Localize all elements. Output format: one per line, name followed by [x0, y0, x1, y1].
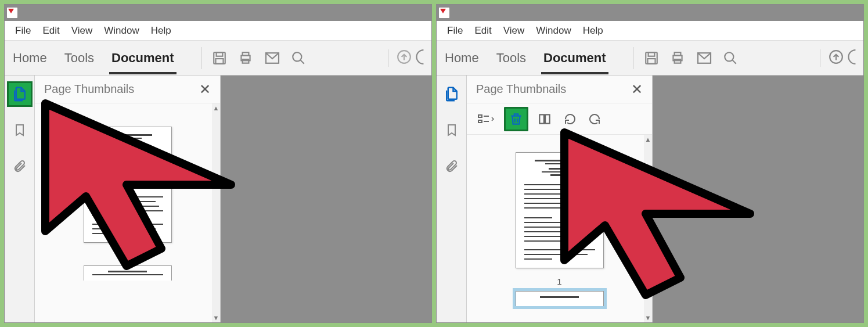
svg-rect-22 — [478, 120, 482, 123]
attachments-button[interactable] — [7, 153, 33, 179]
document-area — [653, 76, 863, 322]
search-icon[interactable] — [291, 51, 306, 66]
thumbnail-panel: Page Thumbnails ✕ — [35, 76, 221, 322]
toolbar: Home Tools Document — [5, 41, 431, 76]
svg-point-7 — [293, 52, 301, 61]
thumbnail-panel-header: Page Thumbnails ✕ — [35, 76, 220, 103]
thumbnail-panel-header: Page Thumbnails ✕ — [467, 76, 652, 103]
page-thumbnail-1-label: 1 — [557, 276, 561, 286]
email-icon[interactable] — [264, 52, 280, 64]
thumbnail-options-button[interactable] — [474, 107, 498, 131]
page-down-icon[interactable] — [415, 49, 426, 67]
menu-bar: File Edit View Window Help — [437, 21, 863, 41]
svg-rect-24 — [539, 114, 544, 123]
svg-line-8 — [300, 60, 304, 64]
left-pane: File Edit View Window Help Home Tools Do… — [4, 4, 432, 323]
menu-bar: File Edit View Window Help — [5, 21, 431, 41]
work-area: Page Thumbnails ✕ — [437, 76, 863, 322]
svg-line-18 — [732, 60, 736, 64]
left-rail — [5, 76, 35, 322]
close-panel-button[interactable]: ✕ — [199, 81, 211, 98]
svg-rect-2 — [215, 59, 223, 64]
svg-rect-25 — [545, 114, 550, 123]
menu-view[interactable]: View — [71, 25, 93, 37]
tab-home[interactable]: Home — [10, 42, 49, 74]
menu-help[interactable]: Help — [151, 25, 171, 37]
pdf-app-icon — [7, 8, 17, 18]
work-area: Page Thumbnails ✕ — [5, 76, 431, 322]
page-thumbnails-button[interactable] — [7, 81, 33, 107]
bookmarks-button[interactable] — [439, 117, 464, 143]
page-up-icon[interactable] — [829, 49, 844, 67]
page-thumbnails-button[interactable] — [439, 81, 464, 107]
toolbar: Home Tools Document — [437, 41, 863, 76]
delete-page-button[interactable] — [504, 107, 528, 131]
thumbnail-list: 1 ▲▼ — [467, 135, 652, 322]
thumbnail-list: 1 ▲▼ — [35, 103, 220, 322]
menu-edit[interactable]: Edit — [474, 25, 491, 37]
thumbnail-panel: Page Thumbnails ✕ — [467, 76, 653, 322]
print-icon[interactable] — [669, 51, 686, 66]
menu-view[interactable]: View — [503, 25, 525, 37]
menu-edit[interactable]: Edit — [42, 25, 59, 37]
thumbnail-panel-title: Page Thumbnails — [44, 82, 134, 96]
close-panel-button[interactable]: ✕ — [631, 81, 643, 98]
page-down-icon[interactable] — [847, 49, 858, 67]
svg-rect-14 — [674, 52, 680, 55]
menu-window[interactable]: Window — [104, 25, 139, 37]
tab-document[interactable]: Document — [541, 42, 608, 74]
svg-rect-12 — [647, 59, 655, 64]
title-bar — [437, 5, 863, 21]
svg-rect-1 — [216, 52, 222, 56]
svg-rect-11 — [648, 52, 654, 56]
menu-file[interactable]: File — [447, 25, 463, 37]
svg-point-17 — [725, 52, 733, 61]
print-icon[interactable] — [237, 51, 254, 66]
tab-document[interactable]: Document — [109, 42, 177, 74]
save-icon[interactable] — [212, 51, 227, 66]
page-thumbnail-1-label: 1 — [125, 251, 129, 261]
title-bar — [5, 5, 431, 21]
rotate-ccw-button[interactable] — [561, 107, 579, 131]
pdf-app-icon — [439, 8, 449, 18]
document-area — [221, 76, 431, 322]
thumbnail-toolbar — [467, 103, 652, 135]
email-icon[interactable] — [696, 52, 712, 64]
page-thumbnail-1[interactable] — [84, 127, 172, 243]
tab-home[interactable]: Home — [442, 42, 481, 74]
tab-tools[interactable]: Tools — [494, 42, 528, 74]
search-icon[interactable] — [723, 51, 738, 66]
svg-rect-20 — [478, 115, 482, 117]
menu-help[interactable]: Help — [583, 25, 603, 37]
page-thumbnail-1[interactable] — [516, 152, 604, 268]
menu-window[interactable]: Window — [536, 25, 571, 37]
left-rail — [437, 76, 467, 322]
tab-tools[interactable]: Tools — [62, 42, 96, 74]
page-thumbnail-2[interactable] — [84, 265, 172, 281]
svg-rect-4 — [242, 52, 248, 55]
thumbnail-scrollbar[interactable]: ▲▼ — [644, 135, 652, 322]
right-pane: File Edit View Window Help Home Tools Do… — [436, 4, 864, 323]
thumbnail-panel-title: Page Thumbnails — [476, 82, 566, 96]
insert-page-button[interactable] — [534, 107, 555, 131]
rotate-cw-button[interactable] — [585, 107, 604, 131]
menu-file[interactable]: File — [15, 25, 31, 37]
attachments-button[interactable] — [439, 153, 464, 179]
thumbnail-scrollbar[interactable]: ▲▼ — [212, 103, 220, 322]
page-thumbnail-2[interactable] — [516, 291, 604, 306]
page-up-icon[interactable] — [397, 49, 412, 67]
bookmarks-button[interactable] — [7, 117, 33, 143]
save-icon[interactable] — [644, 51, 659, 66]
